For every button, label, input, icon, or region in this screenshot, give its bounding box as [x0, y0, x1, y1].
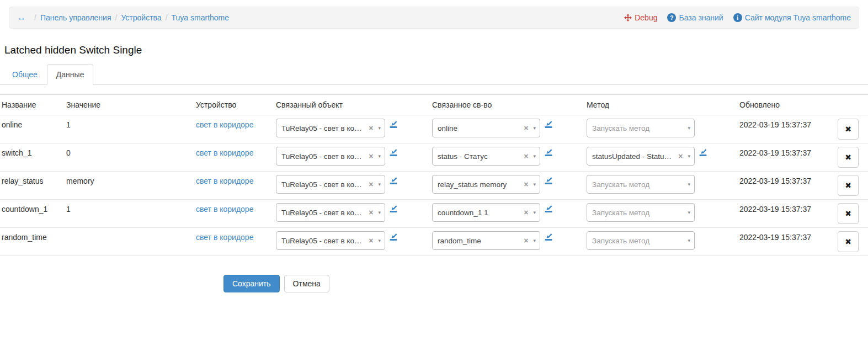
- property-name: online: [2, 115, 66, 129]
- delete-row-button[interactable]: ✖: [838, 147, 859, 168]
- chevron-down-icon: ▾: [378, 210, 381, 215]
- delete-row-button[interactable]: ✖: [838, 231, 859, 252]
- linked-property-select[interactable]: online × ▾: [432, 119, 540, 137]
- updated-timestamp: 2022-03-19 15:37:37: [739, 200, 838, 214]
- table-row: relay_status memory свет в коридоре TuRe…: [0, 172, 868, 200]
- device-link[interactable]: свет в коридоре: [196, 177, 253, 185]
- device-link[interactable]: свет в коридоре: [196, 120, 253, 129]
- tab-data[interactable]: Данные: [47, 64, 94, 85]
- clear-selection-icon[interactable]: ×: [678, 152, 683, 161]
- module-site-link[interactable]: i Сайт модуля Tuya smarthome: [733, 13, 851, 22]
- goto-property-icon[interactable]: [544, 232, 553, 243]
- cancel-button[interactable]: Отмена: [284, 275, 329, 292]
- linked-object-select[interactable]: TuRelay05 - свет в кор... × ▾: [276, 175, 385, 194]
- goto-object-icon[interactable]: [389, 232, 398, 243]
- table-row: switch_1 0 свет в коридоре TuRelay05 - с…: [0, 143, 868, 172]
- chevron-down-icon: ▾: [533, 210, 536, 215]
- breadcrumb-control-panel[interactable]: Панель управления: [40, 13, 111, 22]
- goto-property-icon[interactable]: [544, 148, 553, 158]
- tab-general[interactable]: Общее: [3, 64, 47, 85]
- linked-object-value: TuRelay05 - свет в кор...: [281, 180, 364, 189]
- clear-selection-icon[interactable]: ×: [524, 180, 528, 189]
- breadcrumb-devices[interactable]: Устройства: [121, 13, 161, 22]
- linked-property-select[interactable]: status - Статус × ▾: [432, 147, 540, 166]
- linked-property-select[interactable]: relay_status memory × ▾: [432, 175, 540, 194]
- clear-selection-icon[interactable]: ×: [369, 152, 373, 161]
- properties-table: Название Значение Устройство Связанный о…: [0, 94, 868, 256]
- property-value: 1: [66, 200, 196, 214]
- property-value: 0: [66, 143, 196, 157]
- chevron-down-icon: ▾: [688, 238, 690, 243]
- device-link[interactable]: свет в коридоре: [196, 233, 253, 242]
- goto-method-icon[interactable]: [699, 148, 707, 158]
- linked-object-select[interactable]: TuRelay05 - свет в кор... × ▾: [276, 147, 385, 166]
- updated-timestamp: 2022-03-19 15:37:37: [739, 143, 838, 157]
- save-button[interactable]: Сохранить: [223, 275, 280, 292]
- linked-property-select[interactable]: random_time × ▾: [432, 231, 540, 250]
- clear-selection-icon[interactable]: ×: [369, 236, 373, 245]
- linked-object-select[interactable]: TuRelay05 - свет в кор... × ▾: [276, 119, 385, 137]
- col-header-actions: [838, 95, 868, 106]
- method-select[interactable]: Запускать метод ▾: [587, 119, 695, 137]
- property-name: random_time: [2, 228, 66, 242]
- table-row: random_time свет в коридоре TuRelay05 - …: [0, 228, 868, 256]
- goto-property-icon[interactable]: [544, 204, 553, 215]
- clear-selection-icon[interactable]: ×: [524, 124, 528, 132]
- delete-row-button[interactable]: ✖: [838, 119, 859, 140]
- breadcrumb-tuya-smarthome[interactable]: Tuya smarthome: [172, 13, 230, 22]
- clear-selection-icon[interactable]: ×: [369, 124, 373, 132]
- breadcrumb-separator: /: [166, 13, 168, 22]
- debug-link[interactable]: Debug: [624, 13, 657, 22]
- col-header-updated: Обновлено: [739, 95, 838, 115]
- device-link[interactable]: свет в коридоре: [196, 148, 253, 157]
- clear-selection-icon[interactable]: ×: [524, 208, 528, 217]
- table-row: countdown_1 1 свет в коридоре TuRelay05 …: [0, 200, 868, 228]
- method-select[interactable]: Запускать метод ▾: [587, 175, 695, 194]
- linked-object-value: TuRelay05 - свет в кор...: [281, 124, 364, 132]
- linked-object-value: TuRelay05 - свет в кор...: [281, 152, 364, 161]
- info-circle-icon: i: [733, 13, 742, 22]
- clear-selection-icon[interactable]: ×: [524, 152, 528, 161]
- clear-selection-icon[interactable]: ×: [369, 208, 373, 217]
- linked-object-select[interactable]: TuRelay05 - свет в кор... × ▾: [276, 203, 385, 222]
- question-circle-icon: ?: [667, 13, 676, 22]
- move-arrows-icon: [624, 14, 632, 22]
- linked-property-value: random_time: [438, 237, 519, 245]
- clear-selection-icon[interactable]: ×: [524, 236, 528, 245]
- linked-property-value: relay_status memory: [438, 180, 519, 189]
- linked-object-value: TuRelay05 - свет в кор...: [281, 209, 364, 217]
- goto-object-icon[interactable]: [389, 120, 398, 130]
- knowledge-base-label: База знаний: [679, 13, 723, 22]
- chevron-down-icon: ▾: [533, 182, 536, 187]
- chevron-down-icon: ▾: [688, 153, 690, 159]
- collapse-arrows-icon[interactable]: ↔: [17, 13, 26, 23]
- property-value: 1: [66, 115, 196, 129]
- method-select[interactable]: statusUpdated - Status ... × ▾: [587, 147, 695, 166]
- knowledge-base-link[interactable]: ? База знаний: [667, 13, 723, 22]
- chevron-down-icon: ▾: [533, 238, 536, 243]
- clear-selection-icon[interactable]: ×: [369, 180, 373, 189]
- col-header-name: Название: [2, 95, 66, 115]
- goto-property-icon[interactable]: [544, 176, 553, 187]
- delete-row-button[interactable]: ✖: [838, 175, 859, 196]
- table-row: online 1 свет в коридоре TuRelay05 - све…: [0, 115, 868, 143]
- goto-property-icon[interactable]: [544, 120, 553, 130]
- goto-object-icon[interactable]: [389, 176, 398, 187]
- method-placeholder: Запускать метод: [592, 124, 686, 132]
- breadcrumb-separator: /: [115, 13, 118, 22]
- goto-object-icon[interactable]: [389, 148, 398, 158]
- method-select[interactable]: Запускать метод ▾: [587, 203, 695, 222]
- method-select[interactable]: Запускать метод ▾: [587, 231, 695, 250]
- device-link[interactable]: свет в коридоре: [196, 205, 253, 214]
- goto-object-icon[interactable]: [389, 204, 398, 215]
- delete-row-button[interactable]: ✖: [838, 203, 859, 224]
- chevron-down-icon: ▾: [688, 210, 690, 215]
- linked-object-select[interactable]: TuRelay05 - свет в кор... × ▾: [276, 231, 385, 250]
- chevron-down-icon: ▾: [378, 153, 381, 159]
- col-header-value: Значение: [66, 95, 196, 115]
- linked-property-value: online: [438, 124, 519, 132]
- linked-property-select[interactable]: countdown_1 1 × ▾: [432, 203, 540, 222]
- property-name: countdown_1: [2, 200, 66, 214]
- updated-timestamp: 2022-03-19 15:37:37: [739, 115, 838, 129]
- method-placeholder: Запускать метод: [592, 209, 686, 217]
